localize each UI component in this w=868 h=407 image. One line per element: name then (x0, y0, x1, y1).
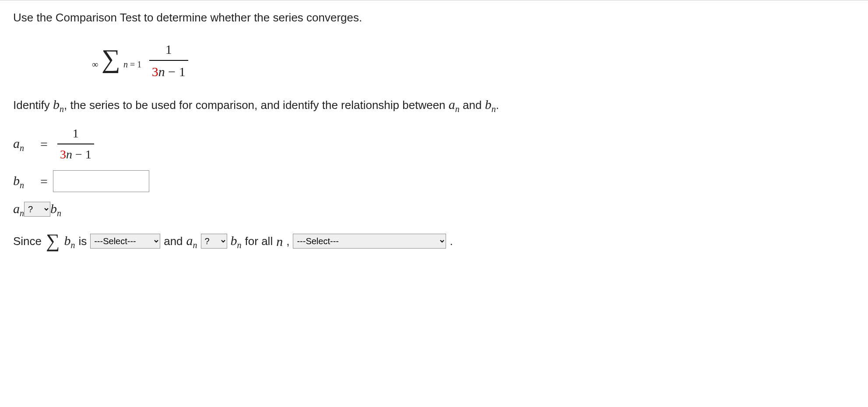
question-container: Use the Comparison Test to determine whe… (0, 0, 868, 260)
identify-text: Identify bn, the series to be used for c… (13, 95, 855, 116)
conclusion-row: Since ∑ bn is ---Select--- and an ? bn f… (13, 231, 855, 252)
series-fraction: 1 3n − 1 (149, 39, 188, 81)
n-var: n (276, 232, 283, 251)
bn-input[interactable] (53, 170, 149, 192)
compare-bn: bn (50, 199, 61, 220)
since-bn: bn (64, 231, 75, 252)
series-expression: ∞ ∑ n = 1 1 3n − 1 (92, 39, 855, 81)
fraction-denominator: 3n − 1 (149, 61, 188, 81)
sigma-upper: ∞ (92, 60, 98, 69)
sigma-lower: n = 1 (123, 60, 141, 69)
since-bn2: bn (231, 231, 242, 252)
compare-operator-select[interactable]: ? (24, 202, 50, 217)
bn-definition-row: bn = (13, 170, 855, 192)
since-text: Since (13, 233, 42, 250)
bn-label: bn (13, 171, 35, 192)
sigma-notation: ∞ ∑ n = 1 (92, 48, 141, 73)
for-all-text: for all (245, 233, 273, 250)
conclusion-select[interactable]: ---Select--- (293, 234, 446, 249)
inline-sigma-icon: ∑ (46, 232, 60, 251)
relation-operator-select[interactable]: ? (201, 234, 227, 249)
sigma-symbol: ∑ (102, 44, 120, 73)
equals-sign: = (40, 172, 48, 191)
convergence-select[interactable]: ---Select--- (90, 234, 160, 249)
fraction-numerator: 1 (149, 39, 188, 61)
an-fraction: 1 3n − 1 (57, 124, 94, 164)
an-definition-row: an = 1 3n − 1 (13, 124, 855, 164)
compare-row: an ? bn (13, 199, 855, 220)
and-text: and (164, 233, 183, 250)
an-label: an (13, 133, 35, 154)
period-text: . (450, 233, 453, 250)
since-an: an (186, 231, 197, 252)
is-text: is (78, 233, 87, 250)
compare-an: an (13, 199, 24, 220)
equals-sign: = (40, 134, 48, 154)
question-prompt: Use the Comparison Test to determine whe… (13, 9, 855, 26)
